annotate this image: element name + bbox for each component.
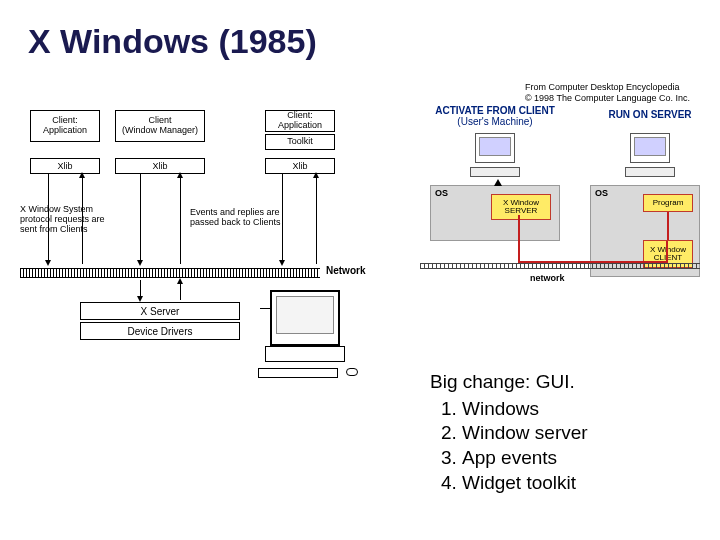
x-window-server-box: X Window SERVER: [491, 194, 551, 220]
client-application-box-2: Client: Application: [265, 110, 335, 132]
arrow-up-icon: [494, 179, 502, 186]
activate-from-client-title: ACTIVATE FROM CLIENT (User's Machine): [430, 105, 560, 127]
client-window-manager-box: Client (Window Manager): [115, 110, 205, 142]
toolkit-box: Toolkit: [265, 134, 335, 150]
network-bus-right: [420, 263, 700, 269]
xlib-box-3: Xlib: [265, 158, 335, 174]
annotation-events-replies: Events and replies are passed back to Cl…: [190, 208, 290, 228]
client-os-box: OS X Window SERVER: [430, 185, 560, 241]
network-label: Network: [326, 265, 365, 276]
attribution-line1: From Computer Desktop Encyclopedia: [525, 82, 690, 93]
summary-bullets: Big change: GUI. Windows Window server A…: [430, 370, 588, 495]
bullet-item: Windows: [462, 397, 588, 422]
bullet-item: Widget toolkit: [462, 471, 588, 496]
bullet-item: Window server: [462, 421, 588, 446]
network-label-right: network: [530, 273, 565, 283]
left-architecture-diagram: Client: Application Client (Window Manag…: [20, 110, 420, 460]
annotation-protocol-requests: X Window System protocol requests are se…: [20, 205, 120, 235]
program-box: Program: [643, 194, 693, 212]
red-path-segment: [666, 241, 668, 263]
computer-illustration: [250, 290, 370, 390]
mouse-icon: [346, 368, 358, 376]
server-monitor-icon: [625, 133, 675, 177]
red-path-segment: [518, 261, 668, 263]
attribution: From Computer Desktop Encyclopedia © 199…: [525, 82, 690, 104]
x-server-box: X Server: [80, 302, 240, 320]
red-connector-program-to-client: [667, 212, 669, 240]
client-application-box-1: Client: Application: [30, 110, 100, 142]
bullet-item: App events: [462, 446, 588, 471]
device-drivers-box: Device Drivers: [80, 322, 240, 340]
xlib-box-2: Xlib: [115, 158, 205, 174]
slide-title: X Windows (1985): [28, 22, 317, 61]
network-bus: [20, 268, 320, 278]
attribution-line2: © 1998 The Computer Language Co. Inc.: [525, 93, 690, 104]
client-monitor-icon: [470, 133, 520, 177]
xlib-box-1: Xlib: [30, 158, 100, 174]
red-path-segment: [518, 215, 520, 263]
right-client-server-diagram: ACTIVATE FROM CLIENT (User's Machine) RU…: [420, 105, 710, 305]
bullets-lead: Big change: GUI.: [430, 370, 588, 395]
run-on-server-title: RUN ON SERVER: [600, 109, 700, 120]
